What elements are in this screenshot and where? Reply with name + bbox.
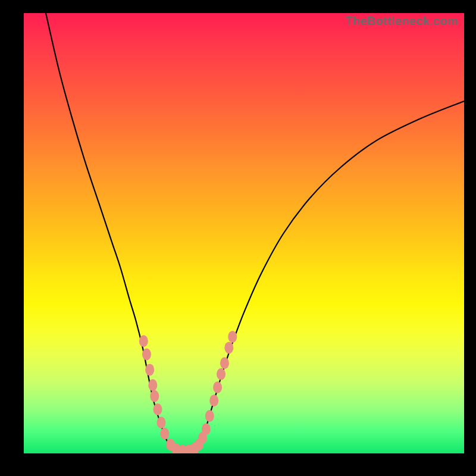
data-marker — [209, 394, 218, 406]
data-marker — [220, 357, 229, 369]
data-marker — [213, 381, 222, 393]
chart-svg — [24, 13, 464, 453]
data-marker — [142, 349, 151, 361]
data-marker — [145, 364, 154, 375]
bottleneck-curve — [46, 13, 464, 452]
data-marker — [228, 331, 237, 343]
chart-frame: TheBottleneck.com — [0, 0, 476, 476]
data-marker — [160, 428, 169, 440]
data-marker — [224, 342, 233, 353]
data-marker — [150, 390, 159, 402]
data-marker — [148, 379, 157, 391]
plot-area: TheBottleneck.com — [24, 13, 464, 453]
data-marker — [153, 403, 162, 415]
data-marker — [217, 368, 226, 380]
data-marker — [205, 410, 214, 422]
data-marker — [139, 335, 148, 347]
marker-group — [139, 331, 237, 453]
data-marker — [202, 423, 211, 435]
data-marker — [156, 416, 165, 428]
